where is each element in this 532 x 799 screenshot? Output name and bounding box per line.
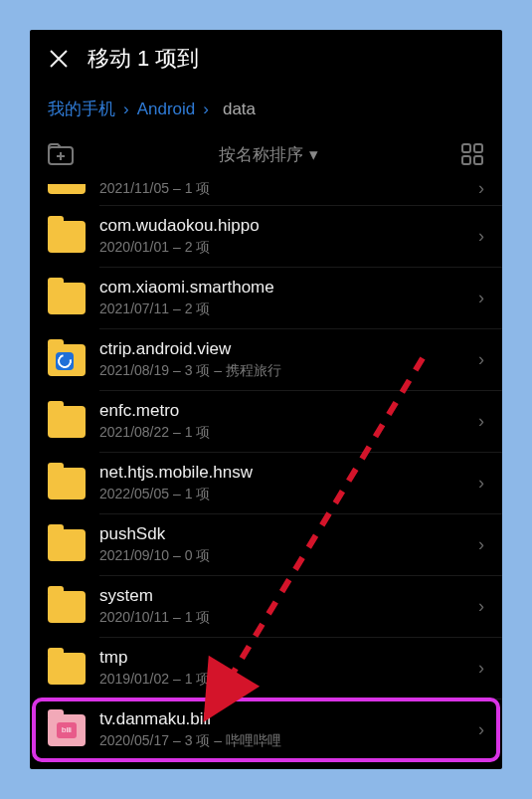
folder-name: enfc.metro — [99, 401, 464, 421]
breadcrumb-current: data — [223, 100, 256, 119]
chevron-right-icon: › — [478, 719, 484, 740]
sort-dropdown[interactable]: 按名称排序 ▾ — [219, 143, 318, 166]
breadcrumb-link[interactable]: Android — [137, 100, 196, 119]
chevron-right-icon: › — [478, 288, 484, 308]
sort-label: 按名称排序 — [219, 143, 303, 166]
chevron-right-icon: › — [478, 411, 484, 432]
folder-name: ctrip.android.view — [99, 339, 464, 359]
folder-meta: 2019/01/02 – 1 项 — [99, 671, 464, 689]
row-text: ctrip.android.view2021/08/19 – 3 项 – 携程旅… — [99, 339, 464, 380]
folder-icon — [48, 529, 86, 561]
row-text: system2020/10/11 – 1 项 — [99, 586, 464, 627]
list-item[interactable]: bilitv.danmaku.bili2020/05/17 – 3 项 – 哔哩… — [30, 699, 502, 760]
file-picker-screen: 移动 1 项到 我的手机 › Android › data 按名称排序 ▾ 20… — [30, 30, 502, 769]
row-text: com.wudaokou.hippo2020/01/01 – 2 项 — [99, 216, 464, 257]
list-item[interactable]: net.htjs.mobile.hnsw2022/05/05 – 1 项› — [30, 453, 502, 513]
list-item[interactable]: tmp2019/01/02 – 1 项› — [30, 638, 502, 699]
row-text: com.xiaomi.smarthome2021/07/11 – 2 项 — [99, 278, 464, 318]
folder-meta: 2020/05/17 – 3 项 – 哔哩哔哩 — [99, 732, 464, 750]
breadcrumb-link[interactable]: 我的手机 — [48, 98, 115, 120]
list-item[interactable]: 2021/11/05 – 1 项› — [30, 178, 502, 205]
folder-icon — [48, 406, 86, 438]
folder-name: com.xiaomi.smarthome — [99, 278, 464, 298]
folder-meta: 2020/10/11 – 1 项 — [99, 609, 464, 627]
row-text: tmp2019/01/02 – 1 项 — [99, 648, 464, 689]
chevron-right-icon: › — [478, 226, 484, 247]
folder-icon — [48, 184, 86, 194]
svg-rect-1 — [462, 144, 470, 152]
breadcrumb: 我的手机 › Android › data — [30, 88, 502, 134]
row-text: tv.danmaku.bili2020/05/17 – 3 项 – 哔哩哔哩 — [99, 709, 464, 750]
chevron-right-icon: › — [478, 473, 484, 494]
folder-bili-icon: bili — [48, 714, 86, 746]
row-text: net.htjs.mobile.hnsw2022/05/05 – 1 项 — [99, 463, 464, 503]
list-item[interactable]: com.xiaomi.smarthome2021/07/11 – 2 项› — [30, 268, 502, 328]
svg-rect-2 — [474, 144, 482, 152]
chevron-right-icon: › — [478, 658, 484, 679]
svg-rect-4 — [474, 156, 482, 164]
folder-name: net.htjs.mobile.hnsw — [99, 463, 464, 483]
folder-app-icon — [48, 344, 86, 376]
new-folder-icon[interactable] — [48, 142, 76, 166]
row-text: 2021/11/05 – 1 项 — [99, 180, 464, 198]
list-item[interactable]: enfc.metro2021/08/22 – 1 项› — [30, 391, 502, 452]
close-icon[interactable] — [48, 48, 70, 70]
folder-icon — [48, 591, 86, 623]
folder-meta: 2021/11/05 – 1 项 — [99, 180, 464, 198]
toolbar: 按名称排序 ▾ — [30, 134, 502, 178]
folder-icon — [48, 283, 86, 314]
folder-name: pushSdk — [99, 524, 464, 544]
chevron-right-icon: › — [478, 596, 484, 617]
list-item[interactable]: com.wudaokou.hippo2020/01/01 – 2 项› — [30, 206, 502, 267]
chevron-right-icon: › — [123, 100, 129, 119]
row-text: enfc.metro2021/08/22 – 1 项 — [99, 401, 464, 442]
chevron-right-icon: › — [478, 534, 484, 555]
row-text: pushSdk2021/09/10 – 0 项 — [99, 524, 464, 565]
list-item[interactable]: ctrip.android.view2021/08/19 – 3 项 – 携程旅… — [30, 329, 502, 390]
folder-meta: 2021/09/10 – 0 项 — [99, 547, 464, 565]
grid-view-icon[interactable] — [460, 142, 484, 166]
svg-rect-3 — [462, 156, 470, 164]
folder-meta: 2021/08/22 – 1 项 — [99, 424, 464, 442]
folder-icon — [48, 653, 86, 685]
page-title: 移动 1 项到 — [88, 44, 199, 74]
chevron-right-icon: › — [478, 178, 484, 199]
folder-icon — [48, 221, 86, 253]
folder-name: com.wudaokou.hippo — [99, 216, 464, 236]
folder-meta: 2020/01/01 – 2 项 — [99, 239, 464, 257]
chevron-down-icon: ▾ — [309, 144, 318, 165]
folder-name: system — [99, 586, 464, 606]
chevron-right-icon: › — [203, 100, 209, 119]
folder-name: tv.danmaku.bili — [99, 709, 464, 729]
folder-meta: 2022/05/05 – 1 项 — [99, 486, 464, 503]
list-item[interactable]: pushSdk2021/09/10 – 0 项› — [30, 514, 502, 575]
folder-name: tmp — [99, 648, 464, 668]
chevron-right-icon: › — [478, 349, 484, 370]
list-item[interactable]: system2020/10/11 – 1 项› — [30, 576, 502, 637]
folder-list: 2021/11/05 – 1 项›com.wudaokou.hippo2020/… — [30, 178, 502, 760]
folder-meta: 2021/07/11 – 2 项 — [99, 300, 464, 318]
folder-icon — [48, 468, 86, 499]
header: 移动 1 项到 — [30, 30, 502, 88]
folder-meta: 2021/08/19 – 3 项 – 携程旅行 — [99, 362, 464, 380]
